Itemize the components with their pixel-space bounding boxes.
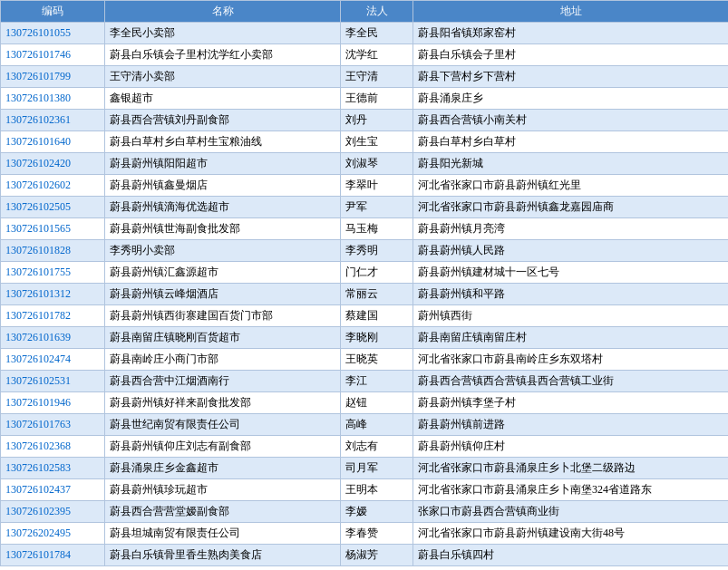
cell-addr: 蔚县阳光新城 — [413, 153, 729, 175]
cell-id[interactable]: 130726101784 — [1, 545, 105, 566]
cell-name: 蔚县西合营镇刘丹副食部 — [105, 110, 341, 131]
cell-person: 李秀明 — [341, 240, 413, 262]
cell-id[interactable]: 130726101055 — [1, 23, 105, 44]
cell-name: 蔚县蔚州镇滴海优选超市 — [105, 197, 341, 218]
cell-name: 蔚县蔚州镇仰庄刘志有副食部 — [105, 436, 341, 458]
table-row: 130726102368蔚县蔚州镇仰庄刘志有副食部刘志有蔚县蔚州镇仰庄村 — [1, 436, 729, 458]
cell-id[interactable]: 130726101746 — [1, 44, 105, 66]
col-header-addr: 地址 — [413, 1, 729, 23]
cell-id[interactable]: 130726101640 — [1, 131, 105, 153]
cell-name: 蔚县蔚州镇西街寨建国百货门市部 — [105, 305, 341, 327]
table-row: 130726102505蔚县蔚州镇滴海优选超市尹军河北省张家口市蔚县蔚州镇鑫龙嘉… — [1, 197, 729, 218]
cell-addr: 河北省张家口市蔚县蔚州镇红光里 — [413, 175, 729, 197]
table-row: 130726101763蔚县世纪南贸有限责任公司高峰蔚县蔚州镇前进路 — [1, 414, 729, 436]
cell-addr: 蔚县白乐镇四村 — [413, 545, 729, 566]
cell-name: 李秀明小卖部 — [105, 240, 341, 262]
cell-id[interactable]: 130726101755 — [1, 262, 105, 284]
cell-id[interactable]: 130726101828 — [1, 240, 105, 262]
table-row: 130726101640蔚县白草村乡白草村生宝粮油线刘生宝蔚县白草村乡白草村 — [1, 131, 729, 153]
cell-name: 蔚县白乐镇骨里香生熟肉美食店 — [105, 545, 341, 566]
cell-addr: 河北省张家口市蔚县涌泉庄乡卜南堡324省道路东 — [413, 479, 729, 501]
cell-id[interactable]: 130726202495 — [1, 523, 105, 545]
table-row: 130726102361蔚县西合营镇刘丹副食部刘丹蔚县西合营镇小南关村 — [1, 110, 729, 131]
cell-person: 马玉梅 — [341, 218, 413, 240]
cell-addr: 蔚县涌泉庄乡 — [413, 88, 729, 110]
cell-id[interactable]: 130726101799 — [1, 66, 105, 88]
cell-addr: 河北省张家口市蔚县蔚州镇建设南大街48号 — [413, 523, 729, 545]
cell-person: 李翠叶 — [341, 175, 413, 197]
cell-id[interactable]: 130726102368 — [1, 436, 105, 458]
cell-addr: 河北省张家口市蔚县南岭庄乡东双塔村 — [413, 349, 729, 371]
cell-id[interactable]: 130726101312 — [1, 284, 105, 305]
cell-id[interactable]: 130726101565 — [1, 218, 105, 240]
cell-person: 王德前 — [341, 88, 413, 110]
cell-name: 蔚县南留庄镇晓刚百货超市 — [105, 327, 341, 349]
cell-person: 王晓英 — [341, 349, 413, 371]
table-row: 130726102420蔚县蔚州镇阳阳超市刘淑琴蔚县阳光新城 — [1, 153, 729, 175]
cell-addr: 蔚县蔚州镇李堡子村 — [413, 392, 729, 414]
table-row: 130726102602蔚县蔚州镇鑫曼烟店李翠叶河北省张家口市蔚县蔚州镇红光里 — [1, 175, 729, 197]
cell-person: 李春赞 — [341, 523, 413, 545]
table-row: 130726101782蔚县蔚州镇西街寨建国百货门市部蔡建国蔚州镇西街 — [1, 305, 729, 327]
table-row: 130726101799王守清小卖部王守清蔚县下营村乡下营村 — [1, 66, 729, 88]
cell-addr: 蔚州镇西街 — [413, 305, 729, 327]
cell-id[interactable]: 130726102474 — [1, 349, 105, 371]
table-row: 130726101380鑫银超市王德前蔚县涌泉庄乡 — [1, 88, 729, 110]
cell-addr: 蔚县蔚州镇和平路 — [413, 284, 729, 305]
cell-name: 王守清小卖部 — [105, 66, 341, 88]
col-header-name: 名称 — [105, 1, 341, 23]
cell-addr: 蔚县白草村乡白草村 — [413, 131, 729, 153]
cell-name: 蔚县蔚州镇世海副食批发部 — [105, 218, 341, 240]
cell-name: 蔚县涌泉庄乡金鑫超市 — [105, 458, 341, 479]
cell-addr: 蔚县蔚州镇月亮湾 — [413, 218, 729, 240]
cell-id[interactable]: 130726102505 — [1, 197, 105, 218]
cell-name: 蔚县蔚州镇云峰烟酒店 — [105, 284, 341, 305]
cell-name: 李全民小卖部 — [105, 23, 341, 44]
cell-name: 蔚县蔚州镇阳阳超市 — [105, 153, 341, 175]
cell-name: 蔚县蔚州镇珍玩超市 — [105, 479, 341, 501]
cell-person: 门仁才 — [341, 262, 413, 284]
table-row: 130726101639蔚县南留庄镇晓刚百货超市李晓刚蔚县南留庄镇南留庄村 — [1, 327, 729, 349]
cell-person: 刘志有 — [341, 436, 413, 458]
cell-person: 高峰 — [341, 414, 413, 436]
cell-person: 蔡建国 — [341, 305, 413, 327]
cell-name: 蔚县西合营中江烟酒南行 — [105, 371, 341, 392]
cell-id[interactable]: 130726102395 — [1, 501, 105, 523]
cell-id[interactable]: 130726102531 — [1, 371, 105, 392]
cell-id[interactable]: 130726102583 — [1, 458, 105, 479]
table-row: 130726202495蔚县坦城南贸有限责任公司李春赞河北省张家口市蔚县蔚州镇建… — [1, 523, 729, 545]
col-header-id: 编码 — [1, 1, 105, 23]
table-row: 130726101565蔚县蔚州镇世海副食批发部马玉梅蔚县蔚州镇月亮湾 — [1, 218, 729, 240]
cell-name: 蔚县坦城南贸有限责任公司 — [105, 523, 341, 545]
table-row: 130726101784蔚县白乐镇骨里香生熟肉美食店杨淑芳蔚县白乐镇四村 — [1, 545, 729, 566]
cell-person: 杨淑芳 — [341, 545, 413, 566]
table-row: 130726101746蔚县白乐镇会子里村沈学红小卖部沈学红蔚县白乐镇会子里村 — [1, 44, 729, 66]
cell-person: 刘淑琴 — [341, 153, 413, 175]
cell-id[interactable]: 130726101380 — [1, 88, 105, 110]
cell-name: 蔚县蔚州镇好祥来副食批发部 — [105, 392, 341, 414]
cell-id[interactable]: 130726102361 — [1, 110, 105, 131]
table-row: 130726101946蔚县蔚州镇好祥来副食批发部赵钮蔚县蔚州镇李堡子村 — [1, 392, 729, 414]
table-row: 130726101312蔚县蔚州镇云峰烟酒店常丽云蔚县蔚州镇和平路 — [1, 284, 729, 305]
cell-addr: 张家口市蔚县西合营镇商业街 — [413, 501, 729, 523]
cell-addr: 蔚县南留庄镇南留庄村 — [413, 327, 729, 349]
cell-addr: 蔚县西合营镇西合营镇县西合营镇工业街 — [413, 371, 729, 392]
table-row: 130726102531蔚县西合营中江烟酒南行李江蔚县西合营镇西合营镇县西合营镇… — [1, 371, 729, 392]
cell-name: 蔚县蔚州镇鑫曼烟店 — [105, 175, 341, 197]
cell-person: 尹军 — [341, 197, 413, 218]
cell-id[interactable]: 130726101763 — [1, 414, 105, 436]
cell-addr: 河北省张家口市蔚县涌泉庄乡卜北堡二级路边 — [413, 458, 729, 479]
cell-id[interactable]: 130726101639 — [1, 327, 105, 349]
table-header: 编码 名称 法人 地址 — [1, 1, 729, 23]
cell-id[interactable]: 130726102420 — [1, 153, 105, 175]
cell-id[interactable]: 130726102602 — [1, 175, 105, 197]
cell-person: 李嫒 — [341, 501, 413, 523]
table-row: 130726102474蔚县南岭庄小商门市部王晓英河北省张家口市蔚县南岭庄乡东双… — [1, 349, 729, 371]
cell-name: 蔚县白草村乡白草村生宝粮油线 — [105, 131, 341, 153]
cell-id[interactable]: 130726102437 — [1, 479, 105, 501]
cell-id[interactable]: 130726101782 — [1, 305, 105, 327]
table-row: 130726101055李全民小卖部李全民蔚县阳省镇郑家窑村 — [1, 23, 729, 44]
cell-name: 蔚县白乐镇会子里村沈学红小卖部 — [105, 44, 341, 66]
cell-id[interactable]: 130726101946 — [1, 392, 105, 414]
cell-addr: 蔚县阳省镇郑家窑村 — [413, 23, 729, 44]
